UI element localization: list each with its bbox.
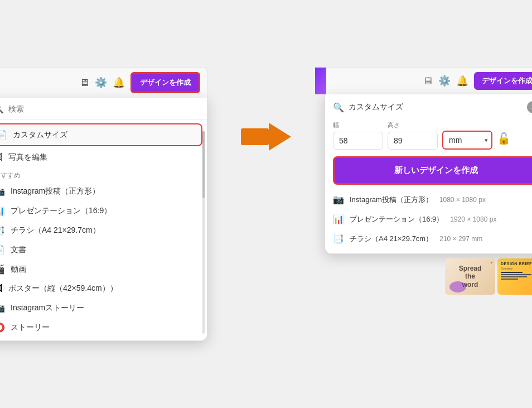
flyer-icon-2: 📑 bbox=[0, 225, 5, 236]
doc-icon-3: 📄 bbox=[0, 244, 5, 255]
create-design-button-right[interactable]: デザインを作成 bbox=[474, 72, 532, 90]
template-item-0[interactable]: 📷 Instagram投稿（正方形） 1080 × 1080 px bbox=[333, 193, 532, 207]
dimensions-row: 幅 高さ mm px cm in bbox=[333, 120, 532, 150]
bell-icon-right: 🔔 bbox=[456, 75, 468, 87]
template-list: 📷 Instagram投稿（正方形） 1080 × 1080 px 📊 プレゼン… bbox=[333, 193, 532, 246]
width-group: 幅 bbox=[333, 121, 383, 150]
design-brief-thumbnail: DESIGN BRIEF Overview bbox=[497, 258, 532, 295]
template-item-1[interactable]: 📊 プレゼンテーション（16:9） 1920 × 1080 px bbox=[333, 212, 532, 226]
search-input-left[interactable] bbox=[8, 104, 199, 113]
unit-select-wrapper: mm px cm in ▾ bbox=[442, 131, 492, 150]
search-bar-right: 🔍 ✕ bbox=[333, 101, 532, 113]
instagram-icon-0: 📷 bbox=[0, 186, 5, 196]
template-size-1: 1920 × 1080 px bbox=[450, 215, 496, 223]
menu-item-6[interactable]: 📷 Instagramストーリー bbox=[0, 298, 207, 318]
menu-item-4[interactable]: 🎬 動画 bbox=[0, 260, 207, 279]
menu-item-1[interactable]: 📊 プレゼンテーション（16:9） bbox=[0, 201, 207, 220]
create-design-button-left[interactable]: デザインを作成 bbox=[130, 72, 200, 93]
template-icon-2: 📑 bbox=[333, 233, 344, 244]
photo-edit-item[interactable]: 🖼 写真を編集 bbox=[0, 147, 207, 167]
custom-size-label: カスタムサイズ bbox=[13, 130, 67, 140]
design-brief-text: DESIGN BRIEF bbox=[501, 262, 532, 266]
template-size-2: 210 × 297 mm bbox=[439, 235, 482, 243]
menu-label-7: ストーリー bbox=[11, 323, 50, 333]
template-size-0: 1080 × 1080 px bbox=[439, 196, 486, 204]
menu-label-5: ポスター（縦（42×59.4cm）） bbox=[8, 284, 118, 294]
create-new-design-button[interactable]: 新しいデザインを作成 bbox=[333, 156, 532, 185]
presentation-icon-1: 📊 bbox=[0, 205, 5, 216]
menu-item-3[interactable]: 📄 文書 bbox=[0, 240, 207, 260]
search-icon-left: 🔍 bbox=[0, 103, 4, 114]
custom-size-item[interactable]: 📄 カスタムサイズ bbox=[0, 123, 202, 146]
menu-label-6: Instagramストーリー bbox=[11, 303, 84, 313]
monitor-icon-right: 🖥 bbox=[423, 75, 433, 87]
template-icon-1: 📊 bbox=[333, 214, 344, 224]
gear-icon-right: ⚙️ bbox=[438, 75, 451, 87]
poster-icon-5: 🖼 bbox=[0, 284, 3, 294]
close-button[interactable]: ✕ bbox=[527, 101, 532, 113]
monitor-icon: 🖥 bbox=[79, 77, 89, 89]
right-dropdown: 🔍 ✕ 幅 高さ mm bbox=[325, 94, 532, 254]
template-icon-0: 📷 bbox=[333, 194, 344, 205]
menu-item-7[interactable]: ⭕ ストーリー bbox=[0, 318, 207, 340]
menu-label-1: プレゼンテーション（16:9） bbox=[11, 206, 112, 216]
story-icon-7: ⭕ bbox=[0, 322, 5, 333]
search-bar-left: 🔍 bbox=[0, 98, 207, 120]
menu-label-0: Instagram投稿（正方形） bbox=[11, 186, 100, 196]
width-input[interactable] bbox=[333, 132, 383, 150]
spread-text-2: the bbox=[459, 272, 482, 280]
left-dropdown: 🔍 📄 カスタムサイズ 🖼 写真を編集 おすすめ 📷 Instagram投稿（正… bbox=[0, 98, 207, 341]
bell-icon: 🔔 bbox=[113, 76, 125, 89]
custom-size-icon: 📄 bbox=[0, 129, 7, 140]
bottom-thumbnails: ✦ Spread the word DESIGN BRIEF Overview bbox=[325, 258, 532, 295]
video-icon-4: 🎬 bbox=[0, 264, 5, 275]
template-name-1: プレゼンテーション（16:9） bbox=[350, 214, 443, 224]
unit-group: mm px cm in ▾ bbox=[442, 120, 492, 150]
menu-label-4: 動画 bbox=[11, 265, 26, 275]
menu-item-2[interactable]: 📑 チラシ（A4 21×29.7cm） bbox=[0, 220, 207, 240]
lock-icon[interactable]: 🔓 bbox=[497, 132, 511, 145]
width-label: 幅 bbox=[333, 121, 383, 129]
spread-thumbnail: ✦ Spread the word bbox=[445, 258, 495, 295]
template-name-2: チラシ（A4 21×29.7cm） bbox=[350, 234, 433, 244]
unit-select[interactable]: mm px cm in bbox=[442, 131, 492, 150]
menu-label-3: 文書 bbox=[11, 245, 26, 255]
photo-edit-icon: 🖼 bbox=[0, 152, 3, 162]
gear-icon: ⚙️ bbox=[95, 76, 107, 89]
menu-label-2: チラシ（A4 21×29.7cm） bbox=[11, 225, 100, 236]
template-name-0: Instagram投稿（正方形） bbox=[350, 195, 433, 205]
height-label: 高さ bbox=[388, 121, 438, 129]
menu-item-5[interactable]: 🖼 ポスター（縦（42×59.4cm）） bbox=[0, 279, 207, 298]
height-group: 高さ bbox=[388, 121, 438, 150]
template-item-2[interactable]: 📑 チラシ（A4 21×29.7cm） 210 × 297 mm bbox=[333, 232, 532, 246]
section-label-osusume: おすすめ bbox=[0, 167, 207, 181]
search-input-right[interactable] bbox=[349, 103, 523, 112]
spread-text-1: Spread bbox=[459, 265, 482, 272]
photo-edit-label: 写真を編集 bbox=[8, 152, 47, 162]
search-icon-right: 🔍 bbox=[333, 102, 344, 113]
height-input[interactable] bbox=[388, 132, 438, 150]
menu-item-0[interactable]: 📷 Instagram投稿（正方形） bbox=[0, 181, 207, 201]
instagram-story-icon-6: 📷 bbox=[0, 303, 5, 313]
arrow bbox=[241, 123, 291, 151]
